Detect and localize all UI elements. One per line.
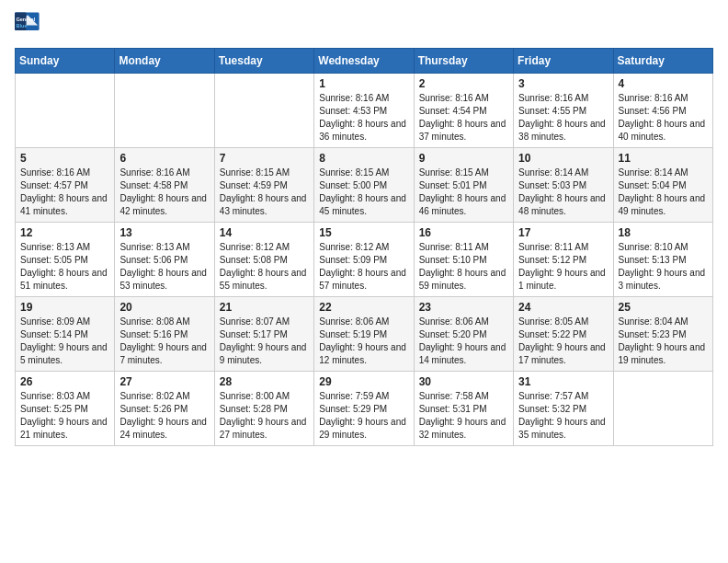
- day-info: Sunrise: 8:16 AMSunset: 4:57 PMDaylight:…: [20, 167, 109, 218]
- calendar-cell: 6Sunrise: 8:16 AMSunset: 4:58 PMDaylight…: [115, 148, 214, 223]
- day-info: Sunrise: 8:09 AMSunset: 5:14 PMDaylight:…: [20, 316, 109, 367]
- calendar-cell: 14Sunrise: 8:12 AMSunset: 5:08 PMDayligh…: [214, 223, 313, 297]
- calendar-week-row: 5Sunrise: 8:16 AMSunset: 4:57 PMDaylight…: [16, 148, 713, 223]
- day-number: 17: [518, 226, 608, 239]
- day-number: 16: [419, 226, 508, 239]
- day-info: Sunrise: 8:11 AMSunset: 5:12 PMDaylight:…: [518, 241, 608, 293]
- day-info: Sunrise: 8:06 AMSunset: 5:20 PMDaylight:…: [419, 316, 508, 367]
- day-info: Sunrise: 8:14 AMSunset: 5:03 PMDaylight:…: [518, 167, 608, 218]
- day-number: 14: [220, 226, 309, 239]
- calendar-cell: 30Sunrise: 7:58 AMSunset: 5:31 PMDayligh…: [414, 372, 513, 446]
- day-info: Sunrise: 8:15 AMSunset: 5:01 PMDaylight:…: [419, 167, 508, 218]
- calendar-cell: [613, 372, 712, 446]
- calendar-cell: 17Sunrise: 8:11 AMSunset: 5:12 PMDayligh…: [514, 223, 613, 297]
- calendar-cell: [214, 74, 313, 148]
- page: General Blue SundayMondayTuesdayWednesda…: [0, 0, 728, 563]
- day-info: Sunrise: 8:15 AMSunset: 4:59 PMDaylight:…: [220, 167, 309, 218]
- calendar-cell: 23Sunrise: 8:06 AMSunset: 5:20 PMDayligh…: [414, 297, 513, 372]
- day-info: Sunrise: 8:05 AMSunset: 5:22 PMDaylight:…: [518, 316, 608, 367]
- day-number: 4: [619, 77, 708, 90]
- calendar-cell: 4Sunrise: 8:16 AMSunset: 4:56 PMDaylight…: [613, 74, 712, 148]
- day-info: Sunrise: 8:06 AMSunset: 5:19 PMDaylight:…: [319, 316, 408, 367]
- day-number: 7: [220, 152, 309, 165]
- calendar-cell: 27Sunrise: 8:02 AMSunset: 5:26 PMDayligh…: [115, 372, 214, 446]
- day-info: Sunrise: 8:16 AMSunset: 4:55 PMDaylight:…: [518, 92, 608, 144]
- calendar-cell: 15Sunrise: 8:12 AMSunset: 5:09 PMDayligh…: [314, 223, 414, 297]
- day-info: Sunrise: 8:04 AMSunset: 5:23 PMDaylight:…: [619, 316, 708, 367]
- day-number: 29: [319, 375, 408, 388]
- day-number: 2: [419, 77, 508, 90]
- day-number: 13: [119, 226, 209, 239]
- calendar-cell: 29Sunrise: 7:59 AMSunset: 5:29 PMDayligh…: [314, 372, 414, 446]
- day-number: 26: [20, 375, 109, 388]
- day-info: Sunrise: 8:12 AMSunset: 5:08 PMDaylight:…: [220, 241, 309, 293]
- calendar-cell: 16Sunrise: 8:11 AMSunset: 5:10 PMDayligh…: [414, 223, 513, 297]
- day-number: 22: [319, 301, 408, 314]
- calendar-cell: [115, 74, 214, 148]
- day-info: Sunrise: 8:15 AMSunset: 5:00 PMDaylight:…: [319, 167, 408, 218]
- day-info: Sunrise: 8:16 AMSunset: 4:53 PMDaylight:…: [319, 92, 408, 144]
- day-number: 23: [419, 301, 508, 314]
- day-number: 1: [319, 77, 408, 90]
- calendar-cell: 31Sunrise: 7:57 AMSunset: 5:32 PMDayligh…: [514, 372, 613, 446]
- day-number: 9: [419, 152, 508, 165]
- calendar-cell: 10Sunrise: 8:14 AMSunset: 5:03 PMDayligh…: [514, 148, 613, 223]
- header: General Blue: [15, 9, 713, 40]
- calendar-cell: 9Sunrise: 8:15 AMSunset: 5:01 PMDaylight…: [414, 148, 513, 223]
- day-info: Sunrise: 8:16 AMSunset: 4:56 PMDaylight:…: [619, 92, 708, 144]
- calendar-cell: 1Sunrise: 8:16 AMSunset: 4:53 PMDaylight…: [314, 74, 414, 148]
- day-number: 25: [619, 301, 708, 314]
- calendar-cell: 20Sunrise: 8:08 AMSunset: 5:16 PMDayligh…: [115, 297, 214, 372]
- day-number: 28: [220, 375, 309, 388]
- calendar-week-row: 19Sunrise: 8:09 AMSunset: 5:14 PMDayligh…: [16, 297, 713, 372]
- calendar-cell: 11Sunrise: 8:14 AMSunset: 5:04 PMDayligh…: [613, 148, 712, 223]
- day-info: Sunrise: 7:57 AMSunset: 5:32 PMDaylight:…: [518, 390, 608, 442]
- day-number: 27: [119, 375, 209, 388]
- calendar-cell: 13Sunrise: 8:13 AMSunset: 5:06 PMDayligh…: [115, 223, 214, 297]
- day-header-wednesday: Wednesday: [314, 49, 414, 74]
- day-info: Sunrise: 8:07 AMSunset: 5:17 PMDaylight:…: [220, 316, 309, 367]
- day-header-friday: Friday: [514, 49, 613, 74]
- calendar-cell: 19Sunrise: 8:09 AMSunset: 5:14 PMDayligh…: [16, 297, 115, 372]
- calendar-cell: [16, 74, 115, 148]
- day-info: Sunrise: 8:14 AMSunset: 5:04 PMDaylight:…: [619, 167, 708, 218]
- day-header-monday: Monday: [115, 49, 214, 74]
- day-header-sunday: Sunday: [16, 49, 115, 74]
- day-number: 10: [518, 152, 608, 165]
- day-header-thursday: Thursday: [414, 49, 513, 74]
- day-number: 19: [20, 301, 109, 314]
- day-info: Sunrise: 7:59 AMSunset: 5:29 PMDaylight:…: [319, 390, 408, 442]
- calendar-cell: 12Sunrise: 8:13 AMSunset: 5:05 PMDayligh…: [16, 223, 115, 297]
- day-number: 24: [518, 301, 608, 314]
- calendar-cell: 25Sunrise: 8:04 AMSunset: 5:23 PMDayligh…: [613, 297, 712, 372]
- day-info: Sunrise: 8:13 AMSunset: 5:06 PMDaylight:…: [119, 241, 209, 293]
- day-number: 20: [119, 301, 209, 314]
- calendar-week-row: 1Sunrise: 8:16 AMSunset: 4:53 PMDaylight…: [16, 74, 713, 148]
- day-info: Sunrise: 8:10 AMSunset: 5:13 PMDaylight:…: [619, 241, 708, 293]
- calendar-week-row: 12Sunrise: 8:13 AMSunset: 5:05 PMDayligh…: [16, 223, 713, 297]
- day-info: Sunrise: 8:00 AMSunset: 5:28 PMDaylight:…: [220, 390, 309, 442]
- calendar-header-row: SundayMondayTuesdayWednesdayThursdayFrid…: [16, 49, 713, 74]
- day-number: 6: [119, 152, 209, 165]
- calendar-cell: 5Sunrise: 8:16 AMSunset: 4:57 PMDaylight…: [16, 148, 115, 223]
- calendar-cell: 26Sunrise: 8:03 AMSunset: 5:25 PMDayligh…: [16, 372, 115, 446]
- day-info: Sunrise: 7:58 AMSunset: 5:31 PMDaylight:…: [419, 390, 508, 442]
- day-info: Sunrise: 8:13 AMSunset: 5:05 PMDaylight:…: [20, 241, 109, 293]
- calendar-table: SundayMondayTuesdayWednesdayThursdayFrid…: [15, 48, 713, 446]
- calendar-cell: 18Sunrise: 8:10 AMSunset: 5:13 PMDayligh…: [613, 223, 712, 297]
- day-info: Sunrise: 8:12 AMSunset: 5:09 PMDaylight:…: [319, 241, 408, 293]
- logo: General Blue: [15, 9, 44, 40]
- calendar-cell: 28Sunrise: 8:00 AMSunset: 5:28 PMDayligh…: [214, 372, 313, 446]
- svg-text:Blue: Blue: [16, 23, 27, 29]
- calendar-cell: 3Sunrise: 8:16 AMSunset: 4:55 PMDaylight…: [514, 74, 613, 148]
- calendar-cell: 24Sunrise: 8:05 AMSunset: 5:22 PMDayligh…: [514, 297, 613, 372]
- day-number: 31: [518, 375, 608, 388]
- day-number: 12: [20, 226, 109, 239]
- day-info: Sunrise: 8:02 AMSunset: 5:26 PMDaylight:…: [119, 390, 209, 442]
- day-number: 8: [319, 152, 408, 165]
- day-number: 30: [419, 375, 508, 388]
- svg-text:General: General: [16, 17, 35, 22]
- calendar-cell: 8Sunrise: 8:15 AMSunset: 5:00 PMDaylight…: [314, 148, 414, 223]
- calendar-cell: 2Sunrise: 8:16 AMSunset: 4:54 PMDaylight…: [414, 74, 513, 148]
- calendar-cell: 7Sunrise: 8:15 AMSunset: 4:59 PMDaylight…: [214, 148, 313, 223]
